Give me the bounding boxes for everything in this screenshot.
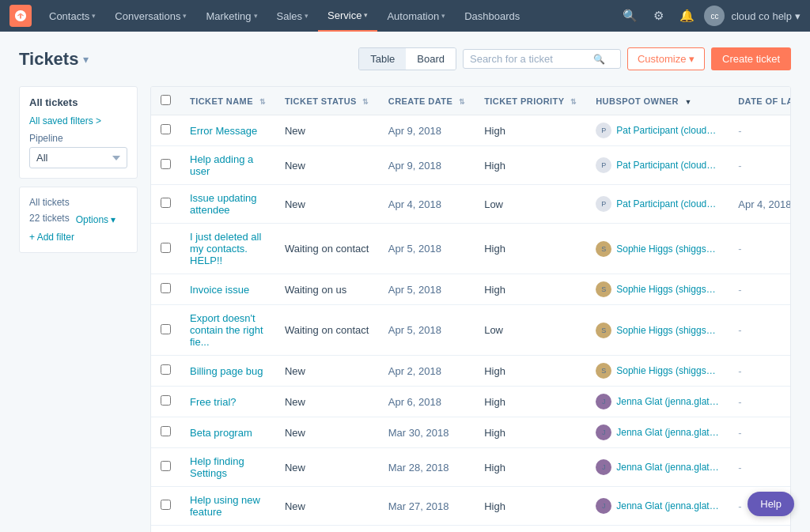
ticket-search-input[interactable] — [470, 53, 589, 65]
add-filter-link[interactable]: + Add filter — [29, 232, 127, 243]
ticket-name-cell: Beta program — [180, 417, 275, 448]
col-create-date[interactable]: CREATE DATE ⇅ — [379, 87, 475, 115]
nav-items: Contacts ▾ Conversations ▾ Marketing ▾ S… — [40, 0, 619, 32]
ticket-search-box: 🔍 — [463, 49, 621, 69]
sort-icon: ⇅ — [459, 98, 465, 106]
page-title-dropdown[interactable]: ▾ — [83, 53, 89, 66]
search-icon: 🔍 — [593, 54, 605, 65]
ticket-status-cell: Waiting on contact — [275, 305, 379, 356]
board-view-button[interactable]: Board — [406, 48, 456, 70]
chevron-down-icon: ▾ — [795, 10, 801, 22]
ticket-status-cell: New — [275, 185, 379, 224]
page-title: Tickets — [19, 49, 78, 70]
row-checkbox-cell — [151, 146, 180, 185]
ticket-name-link[interactable]: Help finding Settings — [190, 455, 244, 479]
row-checkbox[interactable] — [161, 324, 171, 334]
nav-dashboards[interactable]: Dashboards — [455, 0, 529, 32]
col-hubspot-owner[interactable]: HUBSPOT OWNER ▼ — [586, 87, 729, 115]
user-menu[interactable]: cloud co help ▾ — [731, 10, 801, 22]
ticket-name-cell: Help adding a user — [180, 146, 275, 185]
nav-conversations[interactable]: Conversations ▾ — [105, 0, 196, 32]
ticket-name-link[interactable]: Export doesn't contain the right fie... — [190, 312, 263, 348]
nav-automation[interactable]: Automation ▾ — [377, 0, 455, 32]
help-button[interactable]: Help — [748, 492, 794, 516]
ticket-priority-cell: High — [475, 146, 586, 185]
ticket-priority-cell: High — [475, 356, 586, 387]
search-button[interactable]: 🔍 — [619, 5, 641, 27]
ticket-name-link[interactable]: Beta program — [190, 427, 252, 439]
ticket-name-cell: I just deleted all my contacts. HELP!! — [180, 224, 275, 274]
col-last-engage[interactable]: DATE OF LAST ENGAGE... ⇅ — [729, 87, 791, 115]
owner-avatar: S — [596, 241, 611, 257]
options-link[interactable]: Options ▾ — [76, 214, 116, 225]
owner-avatar: J — [596, 498, 611, 514]
col-ticket-priority[interactable]: TICKET PRIORITY ⇅ — [475, 87, 586, 115]
ticket-count: 22 tickets — [29, 213, 70, 224]
owner-info: SSophie Higgs (shiggs@... — [596, 281, 719, 297]
ticket-name-link[interactable]: Help using new feature — [190, 494, 260, 518]
owner-name-label: Sophie Higgs (shiggs@... — [616, 325, 719, 336]
ticket-name-link[interactable]: Issue updating attendee — [190, 192, 257, 216]
pipeline-select[interactable]: All — [29, 147, 127, 168]
chevron-down-icon: ▾ — [92, 12, 96, 20]
sort-icon: ▼ — [684, 98, 691, 106]
notifications-button[interactable]: 🔔 — [676, 5, 698, 27]
row-checkbox[interactable] — [161, 283, 171, 293]
ticket-name-cell: Help finding Settings — [180, 448, 275, 487]
ticket-name-link[interactable]: Invoice issue — [190, 284, 249, 296]
col-ticket-status[interactable]: TICKET STATUS ⇅ — [275, 87, 379, 115]
owner-info: PPat Participant (cloudco... — [596, 196, 719, 212]
row-checkbox[interactable] — [161, 159, 171, 169]
create-ticket-button[interactable]: Create ticket — [711, 47, 791, 70]
saved-filters-link[interactable]: All saved filters > — [29, 115, 101, 126]
owner-name-label: Pat Participant (cloudco... — [616, 125, 719, 136]
sort-icon: ⇅ — [362, 98, 369, 106]
page-title-area: Tickets ▾ — [19, 49, 89, 70]
table-row: Help finding SettingsNewMar 28, 2018High… — [151, 448, 791, 487]
ticket-status-cell: New — [275, 115, 379, 146]
owner-info: JJenna Glat (jenna.glat@... — [596, 424, 719, 440]
ticket-last-engage-cell: - — [729, 417, 791, 448]
ticket-name-link[interactable]: Error Message — [190, 125, 257, 137]
ticket-priority-cell: High — [475, 224, 586, 274]
avatar[interactable]: cc — [704, 6, 725, 26]
ticket-name-link[interactable]: Help adding a user — [190, 153, 253, 177]
ticket-priority-cell: Low — [475, 185, 586, 224]
row-checkbox[interactable] — [161, 426, 171, 436]
settings-button[interactable]: ⚙ — [647, 5, 669, 27]
col-ticket-name[interactable]: TICKET NAME ⇅ — [180, 87, 275, 115]
ticket-name-cell: Error Message — [180, 115, 275, 146]
row-checkbox[interactable] — [161, 124, 171, 134]
ticket-last-engage-cell: - — [729, 356, 791, 387]
nav-service[interactable]: Service ▾ — [318, 0, 377, 32]
customize-button[interactable]: Customize ▾ — [627, 47, 705, 70]
ticket-name-link[interactable]: Billing page bug — [190, 365, 263, 377]
row-checkbox-cell — [151, 224, 180, 274]
row-checkbox[interactable] — [161, 395, 171, 406]
row-checkbox[interactable] — [161, 500, 171, 510]
owner-name-label: Pat Participant (cloudco... — [616, 198, 719, 209]
ticket-last-engage-cell: - — [729, 448, 791, 487]
nav-contacts[interactable]: Contacts ▾ — [40, 0, 105, 32]
sidebar-all-tickets-title: All tickets — [29, 96, 127, 108]
table-row: I just deleted all my contacts. HELP!!Wa… — [151, 224, 791, 274]
select-all-checkbox[interactable] — [161, 95, 171, 105]
ticket-owner-cell: SSophie Higgs (shiggs@... — [586, 274, 729, 305]
owner-avatar: S — [596, 281, 611, 297]
row-checkbox[interactable] — [161, 461, 171, 471]
row-checkbox[interactable] — [161, 198, 171, 208]
row-checkbox[interactable] — [161, 243, 171, 253]
ticket-status-cell: New — [275, 387, 379, 417]
row-checkbox-cell — [151, 526, 180, 533]
ticket-create-date-cell: Apr 5, 2018 — [379, 526, 475, 533]
hubspot-logo[interactable] — [9, 5, 32, 27]
nav-sales[interactable]: Sales ▾ — [267, 0, 319, 32]
row-checkbox-cell — [151, 274, 180, 305]
nav-marketing[interactable]: Marketing ▾ — [196, 0, 267, 32]
pipeline-label: Pipeline — [29, 133, 127, 144]
ticket-last-engage-cell: Apr 4, 2018 — [729, 185, 791, 224]
ticket-name-link[interactable]: I just deleted all my contacts. HELP!! — [190, 231, 261, 266]
row-checkbox[interactable] — [161, 364, 171, 375]
ticket-name-link[interactable]: Free trial? — [190, 396, 237, 408]
table-view-button[interactable]: Table — [359, 48, 406, 70]
